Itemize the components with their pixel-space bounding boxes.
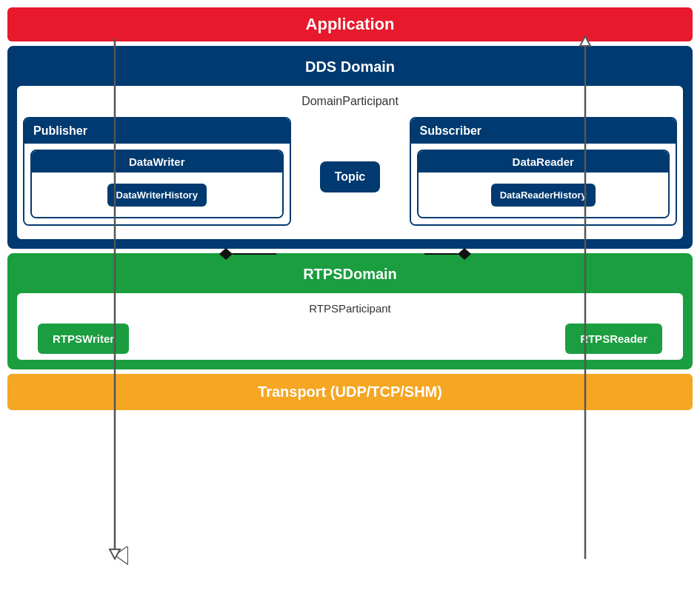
subscriber-box: Subscriber DataReader DataReaderHistory (410, 117, 678, 226)
subscriber-body: DataReader DataReaderHistory (411, 144, 676, 224)
application-bar: Application (7, 7, 693, 41)
publisher-header: Publisher (24, 118, 290, 144)
publisher-box: Publisher DataWriter DataWriterHistory (23, 117, 291, 226)
rtps-domain: RTPSDomain RTPSParticipant RTPSWriter RT… (7, 253, 693, 369)
topic-center: Topic (299, 161, 402, 192)
transport-bar: Transport (UDP/TCP/SHM) (7, 374, 693, 410)
datawriter-body: DataWriterHistory (32, 172, 282, 217)
datareader-header: DataReader (419, 151, 669, 172)
subscriber-header: Subscriber (411, 118, 676, 144)
datawriter-box: DataWriter DataWriterHistory (30, 150, 284, 218)
datareader-box: DataReader DataReaderHistory (417, 150, 670, 218)
domain-participant: DomainParticipant Publisher DataWriter D… (16, 84, 684, 241)
topic-box: Topic (320, 161, 380, 192)
datareader-history: DataReaderHistory (491, 184, 596, 207)
application-title: Application (306, 15, 395, 33)
svg-marker-5 (110, 549, 120, 559)
rtps-domain-title: RTPSDomain (16, 261, 684, 287)
rtps-participant-title: RTPSParticipant (23, 299, 677, 318)
rtps-writer-box: RTPSWriter (38, 324, 129, 354)
datawriter-history: DataWriterHistory (107, 184, 207, 207)
pub-sub-row: Publisher DataWriter DataWriterHistory T… (23, 117, 677, 226)
datareader-body: DataReaderHistory (419, 172, 669, 217)
diagram-container: Application DDS Domain DomainParticipant… (0, 0, 700, 593)
publisher-body: DataWriter DataWriterHistory (24, 144, 290, 224)
domain-participant-title: DomainParticipant (23, 92, 677, 111)
rtps-participant: RTPSParticipant RTPSWriter RTPSReader (16, 292, 684, 361)
transport-title: Transport (UDP/TCP/SHM) (258, 383, 442, 400)
rtps-reader-box: RTPSReader (565, 324, 662, 354)
datawriter-header: DataWriter (32, 151, 282, 172)
dds-domain-title: DDS Domain (16, 54, 684, 80)
rtps-writer-reader-row: RTPSWriter RTPSReader (23, 324, 677, 354)
dds-domain: DDS Domain DomainParticipant Publisher D… (7, 46, 693, 249)
